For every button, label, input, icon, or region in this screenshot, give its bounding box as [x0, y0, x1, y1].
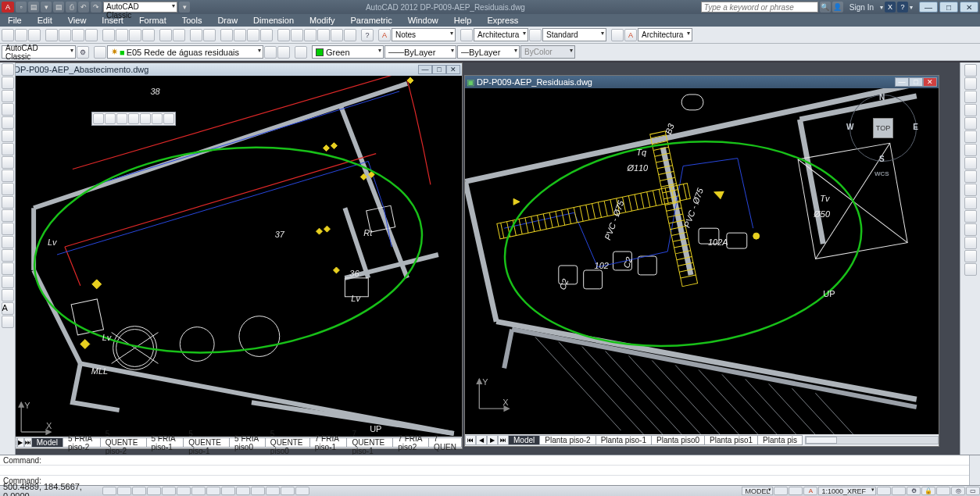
- ssm-icon[interactable]: [317, 29, 330, 41]
- isolate-icon[interactable]: ◎: [951, 487, 965, 495]
- win-min-icon[interactable]: —: [895, 77, 909, 87]
- undo-icon[interactable]: ↶: [78, 2, 89, 12]
- block-icon[interactable]: [159, 29, 172, 41]
- mirror-icon[interactable]: [964, 91, 977, 103]
- mlstyle-icon[interactable]: [611, 29, 624, 41]
- tab-next-icon[interactable]: ▶: [487, 435, 498, 445]
- layeriso-icon[interactable]: [295, 46, 307, 59]
- 3ddwf-icon[interactable]: [85, 29, 98, 41]
- tstyle-icon[interactable]: [460, 29, 473, 41]
- array-icon[interactable]: [964, 117, 977, 130]
- vp3-icon[interactable]: [116, 113, 127, 124]
- coordinates-readout[interactable]: 500.4889, 184.5667, 0.0000: [0, 482, 102, 497]
- layer-props-icon[interactable]: [94, 46, 106, 59]
- drawing-canvas-right[interactable]: TOP N S E W WCS: [465, 88, 939, 434]
- extend-icon[interactable]: [964, 197, 977, 209]
- layout-tab[interactable]: Planta piso1: [704, 435, 758, 445]
- layout-tab[interactable]: 7 QUENTE piso-1: [346, 437, 393, 448]
- line-icon[interactable]: [2, 63, 14, 76]
- props-icon[interactable]: [277, 29, 290, 41]
- tab-prev-icon[interactable]: ◀: [476, 435, 487, 445]
- scale-icon[interactable]: [964, 157, 977, 169]
- publish-icon[interactable]: [72, 29, 84, 41]
- layer-prev-icon[interactable]: [264, 46, 277, 59]
- rotate-icon[interactable]: [964, 144, 977, 156]
- command-resize-handle[interactable]: [969, 455, 980, 485]
- 3dosnap-toggle[interactable]: [177, 487, 191, 495]
- dim-style-dropdown[interactable]: Standard: [542, 28, 606, 41]
- menu-edit[interactable]: Edit: [30, 14, 60, 27]
- annot-auto-icon[interactable]: [892, 487, 906, 495]
- qnew-icon[interactable]: [2, 29, 14, 41]
- zoom-rt-icon[interactable]: [234, 29, 246, 41]
- help-search-input[interactable]: [701, 2, 818, 12]
- annot-scale-icon[interactable]: A: [803, 487, 817, 495]
- vp4-icon[interactable]: [128, 113, 139, 124]
- menu-help[interactable]: Help: [446, 14, 480, 27]
- qview-layouts-icon[interactable]: [774, 487, 788, 495]
- vp5-icon[interactable]: [140, 113, 151, 124]
- tab-scrollbar[interactable]: [805, 436, 939, 444]
- addsel-icon[interactable]: [2, 316, 14, 328]
- xline-icon[interactable]: [2, 77, 14, 89]
- ws-switch-icon[interactable]: ⚙: [907, 487, 921, 495]
- fillet-icon[interactable]: [964, 250, 977, 262]
- saveas-icon[interactable]: ▤: [53, 2, 64, 12]
- viewcube-e[interactable]: E: [913, 123, 918, 131]
- paste-icon[interactable]: [129, 29, 141, 41]
- layout-tab[interactable]: 5 FRIA piso-2: [63, 437, 101, 448]
- gradient-icon[interactable]: [2, 262, 14, 275]
- drawing-canvas-left[interactable]: 38 37 36 Lv Lv Lv Rt MLL UP Y X: [2, 76, 462, 437]
- break-icon[interactable]: [964, 210, 977, 223]
- snap-toggle[interactable]: [102, 487, 116, 495]
- viewcube-top[interactable]: TOP: [873, 118, 893, 138]
- menu-parametric[interactable]: Parametric: [342, 14, 399, 27]
- plotstyle-dropdown[interactable]: ByColor: [520, 45, 575, 59]
- stretch-icon[interactable]: [964, 170, 977, 183]
- help-icon[interactable]: ?: [897, 2, 908, 12]
- layout-tab[interactable]: 5 QUENTE piso-1: [183, 437, 230, 448]
- ws-settings-icon[interactable]: ⚙: [77, 46, 89, 59]
- table-icon[interactable]: [2, 289, 14, 302]
- dstyle-icon[interactable]: [529, 29, 542, 41]
- new-icon[interactable]: ▫: [16, 2, 27, 12]
- match-icon[interactable]: [142, 29, 155, 41]
- window-title-left[interactable]: ▣ DP-P009-AEP_Abastecimento.dwg — □ ✕: [2, 63, 462, 76]
- undo2-icon[interactable]: [190, 29, 202, 41]
- maximize-button[interactable]: □: [939, 2, 958, 12]
- block2-icon[interactable]: [173, 29, 185, 41]
- tab-model[interactable]: Model: [508, 435, 540, 445]
- tab-next-icon[interactable]: ▶: [17, 437, 24, 448]
- spline-icon[interactable]: [2, 169, 14, 182]
- tab-model[interactable]: Model: [31, 437, 63, 448]
- vp7-icon[interactable]: [163, 113, 174, 124]
- color-dropdown[interactable]: Green: [312, 45, 384, 59]
- plot-icon[interactable]: ⎙: [66, 2, 77, 12]
- markup-icon[interactable]: [331, 29, 343, 41]
- window-title-right[interactable]: ▣ DP-P009-AEP_Residuais.dwg — □ ✕: [465, 76, 939, 88]
- qview-dwgs-icon[interactable]: [789, 487, 803, 495]
- save-icon[interactable]: ▾: [41, 2, 52, 12]
- annotation-scale-dropdown[interactable]: Notes: [392, 28, 456, 41]
- toolbar-lock-icon[interactable]: 🔒: [921, 487, 935, 495]
- erase-icon[interactable]: [964, 64, 977, 77]
- hatch-icon[interactable]: [2, 249, 14, 262]
- close-button[interactable]: ✕: [960, 2, 978, 12]
- zoom-prev-icon[interactable]: [260, 29, 273, 41]
- qcalc-icon[interactable]: [344, 29, 356, 41]
- cleanscreen-icon[interactable]: ▭: [966, 487, 980, 495]
- layout-tab[interactable]: 5 QUENTE piso0: [265, 437, 310, 448]
- minimize-button[interactable]: —: [919, 2, 938, 12]
- annot-icon[interactable]: A: [378, 29, 391, 41]
- viewcube-wcs[interactable]: WCS: [874, 170, 889, 177]
- vp2-icon[interactable]: [105, 113, 116, 124]
- ellipse-icon[interactable]: [2, 183, 14, 195]
- menu-format[interactable]: Format: [131, 14, 174, 27]
- workspace-dropdown[interactable]: AutoCAD Classic: [103, 2, 177, 12]
- layout-tab[interactable]: Planta piso-1: [596, 435, 652, 445]
- offset-icon[interactable]: [964, 104, 977, 116]
- am-toggle[interactable]: [295, 487, 309, 495]
- layout-tab[interactable]: 7 QUEN: [428, 437, 462, 448]
- command-window[interactable]: Command: Command:: [0, 455, 980, 486]
- layout-tab[interactable]: 5 QUENTE piso-2: [100, 437, 147, 448]
